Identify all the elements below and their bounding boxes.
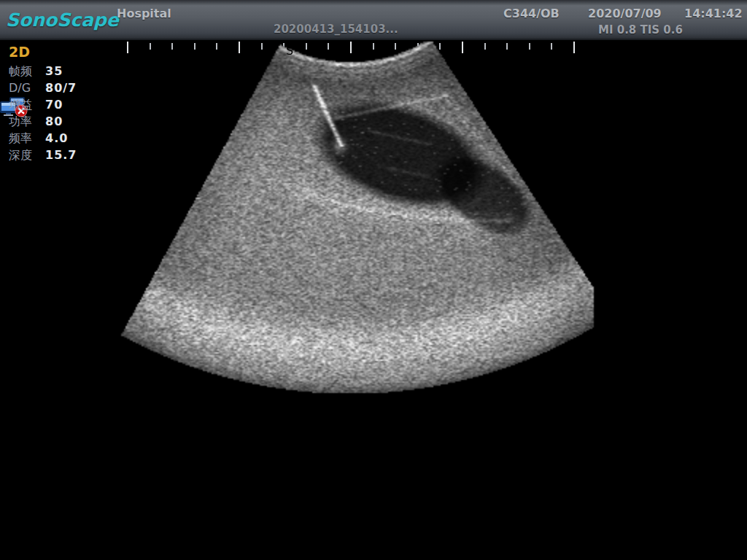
imaging-parameters-panel: 2D 帧频35D/G80/7增益70功率80频率4.0深度15.7 bbox=[9, 44, 89, 163]
parameter-value: 35 bbox=[45, 64, 63, 78]
time-display: 14:41:42 bbox=[684, 7, 743, 20]
mode-label: 2D bbox=[9, 44, 89, 63]
probe-preset: C344/OB bbox=[503, 7, 560, 20]
parameter-row: 增益70 bbox=[9, 96, 89, 113]
ultrasound-screen: SonoScape Hospital 20200413_154103... C3… bbox=[0, 0, 747, 560]
hospital-name: Hospital bbox=[117, 7, 171, 20]
exam-id: 20200413_154103... bbox=[274, 23, 398, 36]
parameter-row: 功率80 bbox=[9, 113, 89, 130]
parameter-label: 功率 bbox=[9, 114, 32, 130]
parameter-label: 深度 bbox=[9, 148, 32, 163]
parameter-row: D/G80/7 bbox=[9, 79, 89, 96]
acoustic-output-display: MI 0.8 TIS 0.6 bbox=[598, 23, 683, 36]
parameter-label: 频率 bbox=[9, 131, 32, 147]
parameter-label: D/G bbox=[9, 81, 31, 95]
ultrasound-image bbox=[86, 40, 600, 399]
parameter-value: 80 bbox=[45, 114, 63, 128]
parameter-value: 15.7 bbox=[45, 148, 77, 162]
top-status-bar: SonoScape Hospital 20200413_154103... C3… bbox=[0, 0, 747, 40]
parameter-row: 深度15.7 bbox=[9, 147, 89, 163]
s-orientation-marker-icon: S bbox=[286, 44, 302, 60]
date-display: 2020/07/09 bbox=[588, 7, 662, 20]
parameter-value: 70 bbox=[45, 98, 63, 112]
parameter-label: 增益 bbox=[9, 98, 32, 113]
parameter-row: 频率4.0 bbox=[9, 130, 89, 147]
parameter-label: 帧频 bbox=[9, 64, 32, 79]
brand-logo: SonoScape bbox=[6, 9, 119, 31]
parameter-value: 80/7 bbox=[45, 81, 77, 95]
parameter-row: 帧频35 bbox=[9, 63, 89, 79]
parameter-rows: 帧频35D/G80/7增益70功率80频率4.0深度15.7 bbox=[9, 63, 89, 163]
parameter-value: 4.0 bbox=[45, 131, 68, 145]
